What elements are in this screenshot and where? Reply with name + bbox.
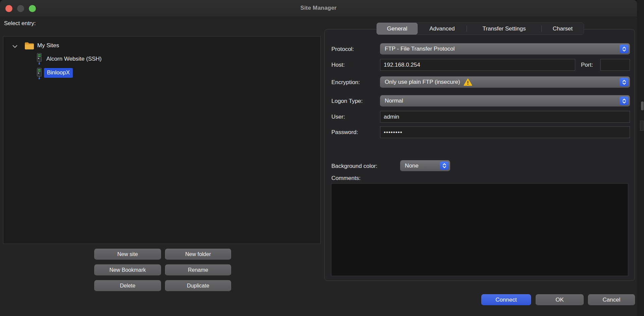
select-entry-label: Select entry: bbox=[4, 20, 36, 27]
stepper-icon bbox=[620, 78, 629, 86]
password-input[interactable] bbox=[380, 126, 630, 138]
tree-item-alcorn-website[interactable]: Alcorn Website (SSH) bbox=[46, 56, 102, 62]
site-manager-window: Site Manager Select entry: My Sites bbox=[0, 0, 637, 316]
user-label: User: bbox=[331, 114, 345, 120]
tab-advanced[interactable]: Advanced bbox=[418, 23, 467, 35]
protocol-select[interactable]: FTP - File Transfer Protocol bbox=[380, 43, 630, 55]
stepper-icon bbox=[620, 97, 629, 105]
tree-item-my-sites[interactable]: My Sites bbox=[37, 42, 59, 49]
host-label: Host: bbox=[331, 62, 345, 68]
tab-transfer-settings[interactable]: Transfer Settings bbox=[467, 23, 541, 35]
host-input[interactable] bbox=[380, 59, 575, 71]
background-color-label: Background color: bbox=[331, 163, 377, 170]
background-color-value: None bbox=[405, 163, 419, 169]
password-label: Password: bbox=[331, 129, 358, 136]
stepper-icon bbox=[440, 162, 449, 170]
tab-charset[interactable]: Charset bbox=[542, 23, 584, 35]
server-icon bbox=[36, 53, 43, 66]
protocol-value: FTP - File Transfer Protocol bbox=[385, 46, 454, 52]
delete-button[interactable]: Delete bbox=[94, 280, 161, 291]
encryption-label: Encryption: bbox=[331, 79, 360, 86]
encryption-value: Only use plain FTP (insecure) bbox=[385, 79, 460, 85]
comments-label: Comments: bbox=[331, 175, 361, 182]
background-color-select[interactable]: None bbox=[400, 160, 450, 171]
tree-item-binloopx-selected[interactable]: BinloopX bbox=[44, 68, 73, 78]
server-icon bbox=[36, 68, 43, 81]
site-tree[interactable]: My Sites Alcorn Website (SSH) bbox=[3, 36, 321, 244]
settings-tabbar: General Advanced Transfer Settings Chars… bbox=[376, 22, 584, 35]
stepper-icon bbox=[620, 45, 629, 53]
user-input[interactable] bbox=[380, 111, 630, 123]
logon-type-select[interactable]: Normal bbox=[380, 95, 630, 107]
duplicate-button[interactable]: Duplicate bbox=[165, 280, 231, 291]
window-title: Site Manager bbox=[0, 5, 637, 11]
logon-type-value: Normal bbox=[385, 98, 403, 104]
new-site-button[interactable]: New site bbox=[94, 249, 161, 260]
ok-button[interactable]: OK bbox=[536, 294, 584, 305]
connect-button[interactable]: Connect bbox=[481, 294, 531, 305]
cancel-button[interactable]: Cancel bbox=[588, 294, 635, 305]
background-window-strip bbox=[637, 0, 644, 316]
port-label: Port: bbox=[581, 62, 593, 68]
rename-button[interactable]: Rename bbox=[165, 264, 231, 275]
scrollbar-thumb[interactable] bbox=[641, 102, 644, 110]
warning-icon bbox=[464, 78, 472, 86]
protocol-label: Protocol: bbox=[331, 46, 354, 53]
comments-textarea[interactable] bbox=[331, 183, 628, 276]
chevron-down-icon[interactable] bbox=[12, 44, 17, 50]
encryption-select[interactable]: Only use plain FTP (insecure) bbox=[380, 76, 630, 88]
folder-icon bbox=[24, 41, 35, 52]
tab-general[interactable]: General bbox=[377, 23, 418, 35]
title-bar[interactable]: Site Manager bbox=[0, 0, 637, 17]
port-input[interactable] bbox=[600, 59, 630, 71]
background-fragment bbox=[640, 121, 644, 131]
new-folder-button[interactable]: New folder bbox=[165, 249, 231, 260]
new-bookmark-button[interactable]: New Bookmark bbox=[94, 264, 161, 275]
logon-type-label: Logon Type: bbox=[331, 98, 363, 105]
